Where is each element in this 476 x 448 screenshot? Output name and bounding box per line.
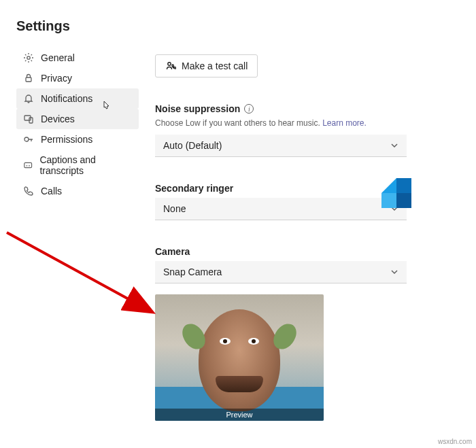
svg-point-0 <box>27 56 30 59</box>
button-label: Make a test call <box>182 61 248 71</box>
sidebar-item-calls[interactable]: Calls <box>16 181 139 201</box>
watermark: wsxdn.com <box>438 438 472 445</box>
sidebar-item-notifications[interactable]: Notifications <box>16 88 139 109</box>
sidebar-item-privacy[interactable]: Privacy <box>16 68 139 88</box>
pointer-cursor-icon <box>101 101 112 111</box>
dropdown-value: Snap Camera <box>163 266 222 277</box>
ringer-dropdown[interactable]: None <box>155 198 407 220</box>
ringer-title: Secondary ringer <box>155 183 233 194</box>
sidebar-label: Notifications <box>41 93 92 104</box>
learn-more-link[interactable]: Learn more. <box>322 118 367 128</box>
sidebar-label: Permissions <box>41 134 92 145</box>
sidebar: General Privacy Notifications Devices Pe… <box>16 14 139 434</box>
svg-rect-1 <box>26 77 31 82</box>
noise-dropdown[interactable]: Auto (Default) <box>155 135 407 157</box>
sidebar-item-permissions[interactable]: Permissions <box>16 129 139 150</box>
sidebar-label: General <box>41 52 75 63</box>
sidebar-label: Devices <box>41 114 75 124</box>
camera-dropdown[interactable]: Snap Camera <box>155 261 407 283</box>
captions-icon <box>23 160 33 171</box>
windows-logo-tile <box>381 178 411 208</box>
lock-icon <box>23 73 34 84</box>
svg-marker-9 <box>381 193 396 208</box>
chevron-down-icon <box>390 268 398 276</box>
sidebar-item-captions[interactable]: Captions and transcripts <box>16 150 139 181</box>
svg-rect-5 <box>24 162 32 167</box>
preview-label: Preview <box>155 409 324 421</box>
dropdown-value: None <box>163 203 186 214</box>
svg-point-4 <box>24 137 29 141</box>
phone-icon <box>23 186 34 196</box>
sidebar-label: Captions and transcripts <box>39 154 132 176</box>
close-button[interactable] <box>454 16 460 36</box>
sidebar-item-devices[interactable]: Devices <box>16 109 139 129</box>
page-title: Settings <box>16 18 70 34</box>
sidebar-label: Privacy <box>41 73 72 84</box>
noise-desc: Choose Low if you want others to hear mu… <box>155 118 456 128</box>
sidebar-label: Calls <box>41 186 62 196</box>
camera-preview: Preview <box>155 294 324 421</box>
svg-point-6 <box>168 63 171 65</box>
gear-icon <box>23 52 34 63</box>
person-call-icon <box>165 61 176 71</box>
devices-icon <box>23 114 34 124</box>
camera-title: Camera <box>155 246 190 257</box>
sidebar-item-general[interactable]: General <box>16 48 139 68</box>
chevron-down-icon <box>390 141 398 150</box>
key-icon <box>23 134 34 145</box>
main-content: Make a test call Noise suppression i Cho… <box>139 14 476 434</box>
noise-title: Noise suppression <box>155 103 240 114</box>
svg-marker-8 <box>396 178 411 193</box>
svg-marker-10 <box>396 193 411 208</box>
test-call-button[interactable]: Make a test call <box>155 54 258 77</box>
svg-marker-7 <box>381 178 396 193</box>
info-icon[interactable]: i <box>244 104 254 114</box>
dropdown-value: Auto (Default) <box>163 140 222 151</box>
bell-icon <box>23 93 34 104</box>
